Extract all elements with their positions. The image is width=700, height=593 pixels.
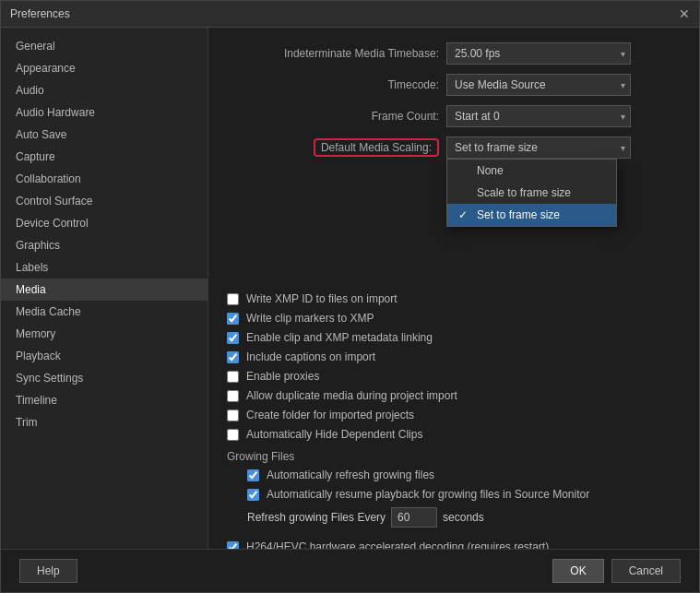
create-folder-checkbox[interactable] bbox=[227, 409, 239, 421]
checkbox-clip-markers: Write clip markers to XMP bbox=[227, 312, 681, 325]
timecode-row: Timecode: Use Media Source bbox=[227, 74, 681, 96]
sidebar-item-memory[interactable]: Memory bbox=[1, 323, 208, 345]
duplicate-media-label: Allow duplicate media during project imp… bbox=[246, 389, 457, 402]
sidebar-item-capture[interactable]: Capture bbox=[1, 146, 208, 168]
sidebar-item-trim[interactable]: Trim bbox=[1, 411, 208, 433]
ok-button[interactable]: OK bbox=[552, 559, 603, 583]
metadata-linking-label: Enable clip and XMP metadata linking bbox=[246, 331, 433, 344]
metadata-linking-checkbox[interactable] bbox=[227, 332, 239, 344]
sidebar-item-media[interactable]: Media bbox=[1, 279, 208, 301]
timebase-control: 25.00 fps bbox=[446, 42, 681, 65]
checkbox-duplicate-media: Allow duplicate media during project imp… bbox=[227, 389, 681, 402]
refresh-unit-label: seconds bbox=[443, 511, 484, 524]
dropdown-item-set[interactable]: ✓ Set to frame size bbox=[447, 204, 616, 226]
frame-count-select-wrapper: Start at 0 bbox=[446, 105, 631, 127]
sidebar-item-appearance[interactable]: Appearance bbox=[1, 57, 208, 79]
dropdown-item-none[interactable]: None bbox=[447, 160, 616, 182]
refresh-every-label: Refresh growing Files Every bbox=[247, 511, 386, 524]
scaling-dropdown-menu: None Scale to frame size ✓ Set to frame … bbox=[446, 159, 617, 227]
default-media-scaling-label: Default Media Scaling: bbox=[227, 141, 439, 154]
help-button[interactable]: Help bbox=[19, 559, 77, 583]
set-checkmark: ✓ bbox=[458, 208, 471, 221]
sidebar-item-audio-hardware[interactable]: Audio Hardware bbox=[1, 101, 208, 124]
timecode-select-wrapper: Use Media Source bbox=[446, 74, 631, 96]
sidebar-item-playback[interactable]: Playback bbox=[1, 345, 208, 367]
checkbox-create-folder: Create folder for imported projects bbox=[227, 409, 681, 421]
frame-count-label: Frame Count: bbox=[227, 110, 439, 123]
sidebar: General Appearance Audio Audio Hardware … bbox=[1, 28, 208, 549]
dropdown-item-scale-label: Scale to frame size bbox=[477, 186, 571, 199]
duplicate-media-checkbox[interactable] bbox=[227, 390, 239, 402]
scaling-select[interactable]: Set to frame size bbox=[446, 136, 631, 159]
sidebar-item-sync-settings[interactable]: Sync Settings bbox=[1, 367, 208, 389]
checkboxes-section: Write XMP ID to files on import Write cl… bbox=[227, 292, 681, 441]
checkbox-metadata-linking: Enable clip and XMP metadata linking bbox=[227, 331, 681, 344]
proxies-label: Enable proxies bbox=[246, 370, 319, 383]
checkbox-auto-refresh: Automatically refresh growing files bbox=[247, 468, 681, 481]
footer: Help OK Cancel bbox=[1, 549, 699, 592]
close-button[interactable]: ✕ bbox=[679, 6, 690, 21]
checkbox-captions: Include captions on import bbox=[227, 350, 681, 363]
sidebar-item-collaboration[interactable]: Collaboration bbox=[1, 168, 208, 190]
growing-files-header: Growing Files bbox=[227, 450, 681, 463]
checkbox-hw-decode: H264/HEVC hardware accelerated decoding … bbox=[227, 540, 681, 549]
timebase-label: Indeterminate Media Timebase: bbox=[227, 47, 439, 60]
hide-dependent-checkbox[interactable] bbox=[227, 429, 239, 441]
auto-refresh-label: Automatically refresh growing files bbox=[267, 468, 434, 481]
sidebar-item-control-surface[interactable]: Control Surface bbox=[1, 190, 208, 212]
default-media-scaling-control: Set to frame size None Scale to frame si… bbox=[446, 136, 681, 159]
timebase-select[interactable]: 25.00 fps bbox=[446, 42, 631, 65]
sidebar-item-device-control[interactable]: Device Control bbox=[1, 212, 208, 234]
timecode-label: Timecode: bbox=[227, 78, 439, 91]
dialog-content: General Appearance Audio Audio Hardware … bbox=[1, 28, 699, 549]
sidebar-item-graphics[interactable]: Graphics bbox=[1, 234, 208, 256]
scaling-select-wrapper: Set to frame size bbox=[446, 136, 631, 159]
hw-decode-checkbox[interactable] bbox=[227, 541, 239, 550]
timecode-select[interactable]: Use Media Source bbox=[446, 74, 631, 96]
create-folder-label: Create folder for imported projects bbox=[246, 409, 414, 421]
auto-resume-label: Automatically resume playback for growin… bbox=[267, 488, 589, 501]
sidebar-item-auto-save[interactable]: Auto Save bbox=[1, 124, 208, 146]
sidebar-item-general[interactable]: General bbox=[1, 35, 208, 57]
sidebar-item-timeline[interactable]: Timeline bbox=[1, 389, 208, 411]
sidebar-item-audio[interactable]: Audio bbox=[1, 79, 208, 101]
hardware-section: H264/HEVC hardware accelerated decoding … bbox=[227, 540, 681, 549]
timebase-row: Indeterminate Media Timebase: 25.00 fps bbox=[227, 42, 681, 65]
dropdown-item-none-label: None bbox=[477, 164, 504, 177]
auto-resume-checkbox[interactable] bbox=[247, 489, 259, 501]
hw-decode-label: H264/HEVC hardware accelerated decoding … bbox=[246, 540, 549, 549]
frame-count-control: Start at 0 bbox=[446, 105, 681, 127]
dialog-title: Preferences bbox=[10, 7, 70, 20]
growing-files-section: Growing Files Automatically refresh grow… bbox=[227, 450, 681, 528]
frame-count-row: Frame Count: Start at 0 bbox=[227, 105, 681, 127]
clip-markers-checkbox[interactable] bbox=[227, 313, 239, 325]
refresh-interval-input[interactable] bbox=[391, 507, 437, 528]
default-media-scaling-row: Default Media Scaling: Set to frame size… bbox=[227, 136, 681, 159]
refresh-row: Refresh growing Files Every seconds bbox=[247, 507, 681, 528]
captions-label: Include captions on import bbox=[246, 350, 375, 363]
dropdown-item-scale[interactable]: Scale to frame size bbox=[447, 182, 616, 204]
frame-count-select[interactable]: Start at 0 bbox=[446, 105, 631, 127]
growing-files-inner: Automatically refresh growing files Auto… bbox=[247, 468, 681, 501]
captions-checkbox[interactable] bbox=[227, 351, 239, 363]
sidebar-item-media-cache[interactable]: Media Cache bbox=[1, 301, 208, 323]
checkbox-xmp-id: Write XMP ID to files on import bbox=[227, 292, 681, 305]
sidebar-item-labels[interactable]: Labels bbox=[1, 256, 208, 279]
proxies-checkbox[interactable] bbox=[227, 371, 239, 383]
preferences-dialog: Preferences ✕ General Appearance Audio A… bbox=[0, 0, 700, 593]
checkbox-hide-dependent: Automatically Hide Dependent Clips bbox=[227, 428, 681, 441]
hide-dependent-label: Automatically Hide Dependent Clips bbox=[246, 428, 422, 441]
cancel-button[interactable]: Cancel bbox=[611, 559, 681, 583]
checkbox-auto-resume: Automatically resume playback for growin… bbox=[247, 488, 681, 501]
highlighted-label: Default Media Scaling: bbox=[314, 138, 439, 157]
xmp-id-checkbox[interactable] bbox=[227, 293, 239, 305]
checkbox-proxies: Enable proxies bbox=[227, 370, 681, 383]
timebase-select-wrapper: 25.00 fps bbox=[446, 42, 631, 65]
xmp-id-label: Write XMP ID to files on import bbox=[246, 292, 397, 305]
auto-refresh-checkbox[interactable] bbox=[247, 469, 259, 481]
timecode-control: Use Media Source bbox=[446, 74, 681, 96]
titlebar: Preferences ✕ bbox=[1, 1, 699, 28]
dropdown-item-set-label: Set to frame size bbox=[477, 208, 560, 221]
main-panel: Indeterminate Media Timebase: 25.00 fps … bbox=[208, 28, 699, 549]
clip-markers-label: Write clip markers to XMP bbox=[246, 312, 374, 325]
